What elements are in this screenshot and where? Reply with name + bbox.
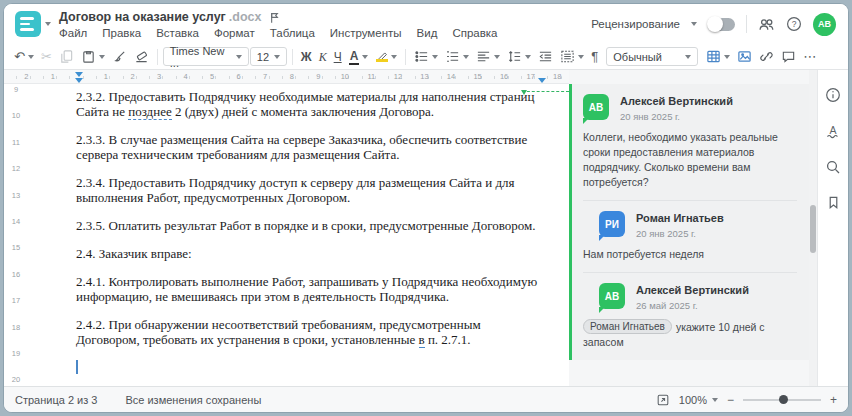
ruler-number: 2 [119, 70, 146, 83]
info-icon[interactable] [825, 87, 841, 103]
menu-item[interactable]: Формат [214, 27, 255, 39]
menu-item[interactable]: Справка [452, 27, 497, 39]
user-avatar[interactable]: АВ [813, 13, 836, 36]
bold-button[interactable]: Ж [298, 48, 315, 66]
zoom-slider-knob[interactable] [779, 395, 788, 404]
underline-button[interactable]: Ч [331, 48, 345, 66]
paragraph-text: 2.3.4. Предоставить Подрядчику доступ к … [76, 175, 514, 205]
numbered-list-button[interactable] [442, 47, 472, 66]
bullet-list-button[interactable] [411, 47, 441, 66]
comment-avatar: РИ [599, 211, 625, 237]
zoom-slider[interactable] [743, 399, 821, 401]
chevron-down-icon[interactable] [525, 55, 531, 59]
chevron-down-icon[interactable] [691, 22, 697, 26]
horizontal-ruler[interactable]: 21123456789101112131415161718 [4, 70, 569, 84]
chevron-down-icon[interactable] [463, 55, 469, 59]
ruler-number: 3 [146, 70, 173, 83]
fit-width-icon[interactable] [656, 393, 670, 407]
doc-paragraph[interactable]: 2.4.1. Контролировать выполнение Работ, … [76, 274, 541, 304]
app-logo-button[interactable] [4, 4, 59, 44]
clear-style-icon[interactable] [131, 47, 152, 66]
ruler-number: 1 [93, 70, 120, 83]
italic-button[interactable]: К [316, 48, 330, 66]
chevron-down-icon[interactable] [99, 55, 105, 59]
doc-paragraph[interactable]: 2.3.5. Оплатить результат Работ в порядк… [76, 218, 541, 233]
insert-comment-button[interactable] [778, 47, 799, 66]
bookmark-icon[interactable] [826, 195, 841, 210]
scrollbar-thumb[interactable] [810, 205, 816, 253]
save-status: Все изменения сохранены [125, 394, 261, 406]
comment-reply[interactable]: АВ Алексей Вертинский 26 май 2025 г. Ром… [599, 283, 797, 350]
menu-item[interactable]: Правка [102, 27, 141, 39]
ruler-number: 12 [385, 70, 412, 83]
paste-icon[interactable] [78, 47, 108, 66]
flag-icon[interactable] [268, 11, 281, 24]
chevron-down-icon[interactable] [724, 55, 730, 59]
font-color-button[interactable]: А [346, 47, 372, 67]
ruler-number: 4 [172, 70, 199, 83]
paragraph-settings-button[interactable] [557, 47, 587, 66]
font-name-select[interactable]: Times New ... [163, 47, 249, 66]
show-paragraph-marks-button[interactable]: ¶ [588, 48, 601, 66]
chevron-down-icon[interactable] [28, 55, 34, 59]
align-button[interactable] [473, 47, 503, 66]
more-tools-button[interactable]: ⋯ [800, 48, 819, 66]
highlight-color-button[interactable] [372, 50, 400, 64]
comment-header: РИ Роман Игнатьев 20 янв 2025 г. [599, 211, 797, 239]
document-page[interactable]: 2.3.2. Предоставить Подрядчику необходим… [32, 84, 569, 386]
menu-item[interactable]: Вид [417, 27, 438, 39]
chevron-down-icon[interactable] [362, 55, 368, 59]
decrease-indent-button[interactable] [535, 47, 556, 66]
chevron-down-icon[interactable] [494, 55, 500, 59]
chevron-down-icon[interactable] [432, 55, 438, 59]
doc-paragraph[interactable]: 2.4. Заказчик вправе: [76, 246, 541, 261]
ruler-number: 10 [7, 110, 25, 136]
doc-paragraph[interactable]: 2.3.3. В случае размещения Сайта на серв… [76, 132, 541, 162]
vertical-ruler[interactable]: 91011121314151617181920 [4, 84, 32, 386]
comment-reply[interactable]: РИ Роман Игнатьев 20 янв 2025 г. Нам пот… [599, 211, 797, 262]
doc-paragraph[interactable]: 2.3.4. Предоставить Подрядчику доступ к … [76, 175, 541, 205]
vertical-scrollbar[interactable] [809, 70, 817, 386]
zoom-out-button[interactable]: − [727, 394, 734, 406]
divider [292, 49, 293, 65]
mention-chip[interactable]: Роман Игнатьев [583, 319, 672, 334]
zoom-in-button[interactable]: + [830, 394, 837, 406]
cut-button[interactable]: ✂ [38, 48, 55, 66]
document-extension: .docx [229, 10, 262, 24]
highlight-swatch [376, 59, 388, 62]
menu-item[interactable]: Инструменты [330, 27, 402, 39]
tracked-word: позднее [128, 104, 171, 120]
search-icon[interactable] [825, 159, 841, 175]
chevron-down-icon[interactable] [578, 55, 584, 59]
doc-paragraph[interactable]: 2.3.2. Предоставить Подрядчику необходим… [76, 89, 541, 119]
divider [405, 49, 406, 65]
content-area: 21123456789101112131415161718 9101112131… [4, 70, 848, 386]
font-size-select[interactable]: 12 [250, 47, 287, 66]
chevron-down-icon[interactable] [391, 55, 397, 59]
chevron-down-icon [685, 55, 691, 59]
paragraph-style-select[interactable]: Обычный [606, 47, 698, 66]
help-icon[interactable]: ? [786, 16, 802, 32]
insert-table-button[interactable] [703, 47, 733, 66]
menu-item[interactable]: Файл [59, 27, 87, 39]
collaborators-icon[interactable] [758, 16, 775, 33]
comment-thread[interactable]: АВ Алексей Вертинский 20 янв 2025 г. Кол… [569, 84, 809, 360]
copy-icon[interactable] [56, 47, 77, 66]
menu-item[interactable]: Таблица [270, 27, 315, 39]
left-indent-marker[interactable] [75, 78, 83, 83]
insert-image-button[interactable] [734, 47, 755, 66]
format-painter-icon[interactable] [109, 47, 130, 66]
doc-paragraph[interactable]: 2.4.2. При обнаружении несоответствий тр… [76, 317, 541, 347]
divider [746, 15, 747, 33]
right-indent-marker[interactable] [538, 78, 546, 83]
page-indicator[interactable]: Страница 2 из 3 [15, 394, 97, 406]
line-spacing-button[interactable] [504, 47, 534, 66]
insert-link-button[interactable] [756, 47, 777, 66]
spellcheck-icon[interactable]: А [825, 123, 841, 139]
review-mode-label[interactable]: Рецензирование [591, 18, 680, 30]
zoom-level-select[interactable]: 100% [679, 394, 718, 406]
undo-button[interactable]: ↶ [11, 48, 37, 66]
review-toggle[interactable] [708, 18, 735, 31]
menu-item[interactable]: Вставка [156, 27, 199, 39]
first-line-indent-marker[interactable] [75, 72, 83, 77]
